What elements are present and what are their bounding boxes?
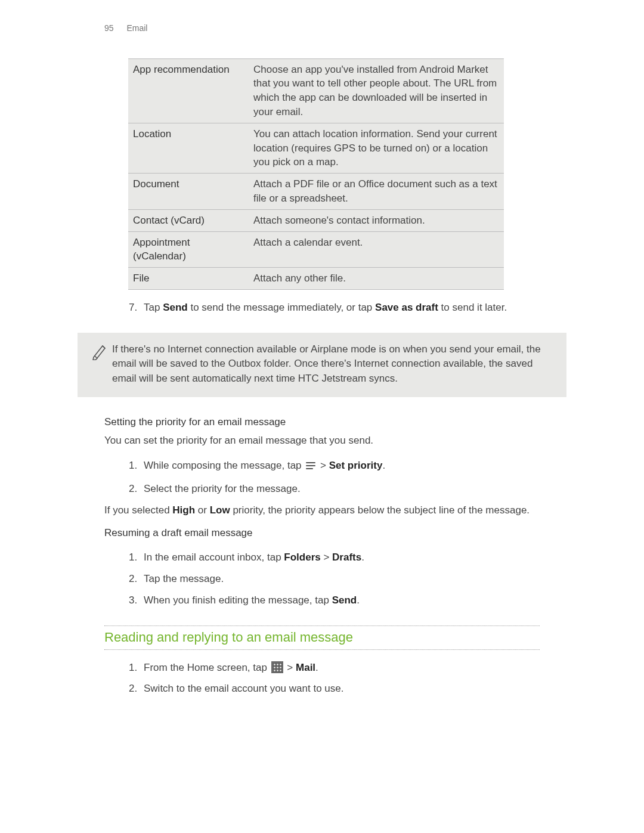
attach-desc: Attach someone's contact information.	[249, 209, 504, 231]
text: >	[317, 460, 329, 471]
attach-desc: Attach a calendar event.	[249, 231, 504, 268]
attach-desc: Attach any other file.	[249, 268, 504, 290]
attach-desc: Choose an app you've installed from Andr…	[249, 58, 504, 123]
resume-heading: Resuming a draft email message	[104, 526, 540, 540]
table-row: Contact (vCard) Attach someone's contact…	[128, 209, 504, 231]
attach-desc: You can attach location information. Sen…	[249, 123, 504, 173]
reading-section: Reading and replying to an email message	[104, 625, 540, 650]
step-7: Tap Send to send the message immediately…	[140, 301, 540, 315]
reading-steps: From the Home screen, tap > Mail. Switch…	[128, 661, 540, 696]
attach-label: Location	[128, 123, 249, 173]
attachment-options-table: App recommendation Choose an app you've …	[128, 58, 504, 290]
priority-steps: While composing the message, tap > Set p…	[128, 459, 540, 496]
text: .	[361, 552, 364, 563]
priority-intro: You can set the priority for an email me…	[104, 433, 540, 448]
save-as-draft-label: Save as draft	[375, 302, 438, 313]
attach-label: Appointment (vCalendar)	[128, 231, 249, 268]
reading-step-1: From the Home screen, tap > Mail.	[140, 661, 540, 675]
low-label: Low	[210, 504, 230, 516]
text: >	[284, 662, 296, 673]
priority-step-2: Select the priority for the message.	[140, 482, 540, 496]
menu-icon	[305, 460, 316, 475]
page-number: 95	[104, 23, 114, 33]
resume-steps: In the email account inbox, tap Folders …	[128, 550, 540, 607]
table-row: File Attach any other file.	[128, 268, 504, 290]
text: to send the message immediately, or tap	[188, 302, 375, 313]
section-name: Email	[126, 23, 147, 33]
text: When you finish editing the message, tap	[144, 594, 332, 606]
attach-label: Document	[128, 174, 249, 210]
text: >	[321, 552, 332, 563]
set-priority-label: Set priority	[329, 460, 383, 471]
divider	[104, 625, 540, 626]
table-row: Location You can attach location informa…	[128, 123, 504, 173]
pen-icon	[91, 342, 107, 364]
reading-title: Reading and replying to an email message	[104, 628, 540, 647]
mail-label: Mail	[296, 662, 315, 673]
table-row: Document Attach a PDF file or an Office …	[128, 174, 504, 210]
attach-label: Contact (vCard)	[128, 209, 249, 231]
high-label: High	[172, 504, 195, 516]
apps-grid-icon	[271, 661, 283, 673]
text: .	[315, 662, 318, 673]
text: to send it later.	[438, 302, 507, 313]
table-row: App recommendation Choose an app you've …	[128, 58, 504, 123]
text: or	[195, 504, 210, 516]
resume-step-1: In the email account inbox, tap Folders …	[140, 550, 540, 565]
resume-step-3: When you finish editing the message, tap…	[140, 593, 540, 608]
text: If you selected	[104, 504, 172, 516]
priority-outro: If you selected High or Low priority, th…	[104, 503, 540, 518]
text: While composing the message, tap	[144, 460, 304, 471]
resume-step-2: Tap the message.	[140, 572, 540, 586]
attach-desc: Attach a PDF file or an Office document …	[249, 174, 504, 210]
text: .	[357, 594, 360, 606]
send-label: Send	[332, 594, 357, 606]
reading-step-2: Switch to the email account you want to …	[140, 682, 540, 696]
note-text: If there's no Internet connection availa…	[112, 342, 552, 386]
divider	[104, 649, 540, 650]
send-label: Send	[163, 302, 188, 313]
note-box: If there's no Internet connection availa…	[78, 333, 566, 397]
drafts-label: Drafts	[332, 552, 361, 563]
text: priority, the priority appears below the…	[230, 504, 530, 516]
table-row: Appointment (vCalendar) Attach a calenda…	[128, 231, 504, 268]
text: In the email account inbox, tap	[144, 552, 284, 563]
priority-step-1: While composing the message, tap > Set p…	[140, 459, 540, 475]
step-7-list: Tap Send to send the message immediately…	[128, 301, 540, 315]
attach-label: App recommendation	[128, 58, 249, 123]
priority-heading: Setting the priority for an email messag…	[104, 415, 540, 429]
folders-label: Folders	[284, 552, 320, 563]
text: .	[382, 460, 385, 471]
text: Tap	[144, 302, 163, 313]
text: From the Home screen, tap	[144, 662, 270, 673]
page-header: 95 Email	[104, 23, 540, 35]
attach-label: File	[128, 268, 249, 290]
